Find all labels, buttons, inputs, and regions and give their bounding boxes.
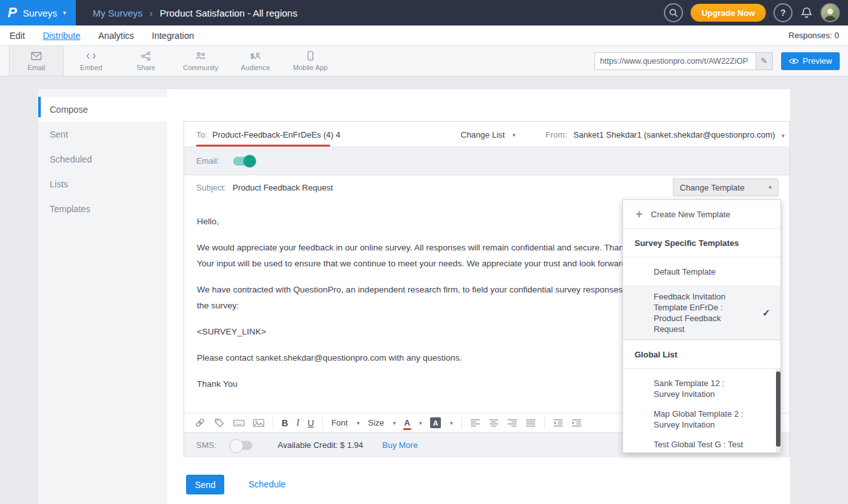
- to-list-underline: [196, 145, 330, 147]
- subject-input[interactable]: Product Feedback Request: [233, 183, 333, 192]
- sidebar-item-compose[interactable]: Compose: [38, 97, 167, 122]
- change-template-dropdown: + Create New Template Survey Specific Te…: [622, 199, 781, 453]
- to-list-value: Product-Feedback-EnFrDeEs (4) 4: [212, 130, 340, 140]
- font-size-select[interactable]: Size ▾: [368, 418, 396, 428]
- avatar-person-icon: [822, 6, 838, 21]
- sidebar-item-lists[interactable]: Lists: [38, 171, 167, 196]
- align-center-button[interactable]: [489, 419, 499, 427]
- channel-embed[interactable]: Embed: [64, 46, 119, 76]
- schedule-link[interactable]: Schedule: [248, 479, 285, 489]
- align-center-icon: [489, 419, 499, 427]
- breadcrumb-chevron-icon: ›: [150, 8, 153, 18]
- email-icon: [30, 51, 43, 61]
- change-list-button[interactable]: Change List ▾: [461, 130, 515, 140]
- product-switcher[interactable]: P Surveys ▾: [0, 0, 76, 25]
- toolbar-divider: [544, 417, 545, 429]
- align-justify-button[interactable]: [526, 419, 536, 427]
- scrollbar-thumb[interactable]: [776, 371, 780, 447]
- email-toggle[interactable]: [233, 157, 255, 166]
- toolbar-divider: [273, 417, 273, 429]
- global-template-label: Test Global Test G : Test RAA G: [654, 439, 751, 453]
- notifications-button[interactable]: [800, 6, 813, 19]
- help-button[interactable]: ?: [773, 3, 793, 22]
- background-color-button[interactable]: A ▾: [430, 417, 453, 428]
- email-toggle-row: Email:: [184, 147, 789, 175]
- tab-edit[interactable]: Edit: [10, 31, 25, 41]
- insert-image-button[interactable]: [253, 419, 264, 428]
- template-item-default[interactable]: Default Template: [623, 257, 780, 286]
- align-left-button[interactable]: [470, 419, 480, 427]
- align-justify-icon: [526, 419, 536, 427]
- sidebar-item-scheduled[interactable]: Scheduled: [38, 147, 167, 171]
- search-button[interactable]: [664, 3, 683, 22]
- channel-community[interactable]: Community: [173, 46, 228, 76]
- change-template-button[interactable]: Change Template ▾: [673, 178, 779, 196]
- to-list-selector[interactable]: To: Product-Feedback-EnFrDeEs (4) 4: [196, 130, 340, 140]
- send-button[interactable]: Send: [186, 475, 224, 494]
- channel-audience[interactable]: $ Audience: [228, 46, 283, 76]
- create-new-template-item[interactable]: + Create New Template: [623, 200, 780, 229]
- upgrade-now-button[interactable]: Upgrade Now: [691, 4, 766, 22]
- indent-button[interactable]: [571, 419, 582, 427]
- insert-link-button[interactable]: [194, 418, 206, 428]
- top-navbar: P Surveys ▾ My Surveys › Product Satisfa…: [0, 0, 848, 25]
- from-selector[interactable]: From: Sanket1 Shekdar1 (sanket.shekdar@q…: [545, 130, 784, 140]
- preview-button[interactable]: Preview: [781, 52, 840, 70]
- create-new-template-label: Create New Template: [651, 210, 731, 219]
- chevron-down-icon: ▾: [357, 420, 360, 426]
- survey-title: Product Satisfaction - All regions: [160, 8, 298, 18]
- email-toggle-label: Email:: [196, 156, 219, 166]
- bold-button[interactable]: B: [282, 418, 288, 428]
- tab-integration[interactable]: Integration: [152, 31, 194, 41]
- to-label: To:: [196, 130, 207, 140]
- community-people-icon: [194, 51, 207, 61]
- sidebar-item-label: Compose: [50, 104, 88, 115]
- pencil-icon: ✎: [761, 56, 768, 66]
- template-item-global[interactable]: Sank Template 12 : Survey Invitation: [623, 378, 780, 400]
- audience-icon: $: [249, 51, 262, 61]
- template-item-global[interactable]: Map Global Template 2 : Survey Invitatio…: [623, 408, 780, 430]
- channel-email[interactable]: Email: [9, 46, 64, 76]
- link-icon: [194, 418, 206, 428]
- breadcrumb-my-surveys[interactable]: My Surveys: [92, 8, 142, 18]
- underline-button[interactable]: U: [308, 418, 314, 428]
- align-right-button[interactable]: [507, 419, 517, 427]
- sidebar-item-label: Templates: [50, 204, 90, 214]
- merge-tag-button[interactable]: [214, 418, 225, 428]
- channel-share[interactable]: Share: [119, 46, 173, 76]
- toolbar-divider: [322, 417, 323, 429]
- global-template-label: Sank Template 12 : Survey Invitation: [654, 378, 751, 400]
- search-icon: [669, 8, 678, 17]
- keyboard-icon: [233, 419, 245, 428]
- user-avatar[interactable]: [821, 3, 840, 22]
- outdent-button[interactable]: [553, 419, 563, 427]
- font-family-select[interactable]: Font ▾: [331, 418, 360, 428]
- distribute-channel-bar: Email Embed Share Community $ Audience M…: [0, 46, 848, 76]
- tab-analytics[interactable]: Analytics: [98, 31, 134, 41]
- global-list-header: Global List: [623, 340, 780, 369]
- italic-button[interactable]: I: [296, 418, 299, 428]
- available-credit-label: Available Credit: $ 1.94: [278, 440, 363, 450]
- chevron-down-icon: ▾: [768, 184, 772, 191]
- sidebar-item-templates[interactable]: Templates: [38, 196, 167, 221]
- text-color-icon: A: [404, 418, 410, 428]
- subject-label: Subject:: [196, 183, 226, 192]
- template-item-selected[interactable]: Feedback Invitation Template EnFrDe : Pr…: [623, 286, 780, 340]
- section-tab-bar: Edit Distribute Analytics Integration Re…: [0, 25, 848, 46]
- template-item-global[interactable]: Test Global Test G : Test RAA G: [623, 439, 780, 453]
- embed-code-icon: [85, 51, 97, 61]
- text-color-button[interactable]: A ▾: [404, 418, 422, 428]
- channel-mobile-app[interactable]: Mobile App: [283, 46, 338, 76]
- sidebar-item-sent[interactable]: Sent: [38, 122, 167, 147]
- keyboard-button[interactable]: [233, 419, 245, 428]
- bell-icon: [800, 6, 813, 19]
- global-template-list: Sank Template 12 : Survey Invitation Map…: [623, 369, 780, 453]
- tab-distribute[interactable]: Distribute: [43, 31, 80, 41]
- edit-url-button[interactable]: ✎: [756, 53, 772, 69]
- survey-url-input[interactable]: [595, 53, 756, 69]
- buy-more-link[interactable]: Buy More: [382, 440, 418, 450]
- product-menu-label: Surveys: [23, 8, 57, 18]
- sms-toggle[interactable]: [231, 441, 252, 450]
- from-value: Sanket1 Shekdar1 (sanket.shekdar@questio…: [573, 130, 775, 140]
- svg-text:$: $: [250, 52, 254, 59]
